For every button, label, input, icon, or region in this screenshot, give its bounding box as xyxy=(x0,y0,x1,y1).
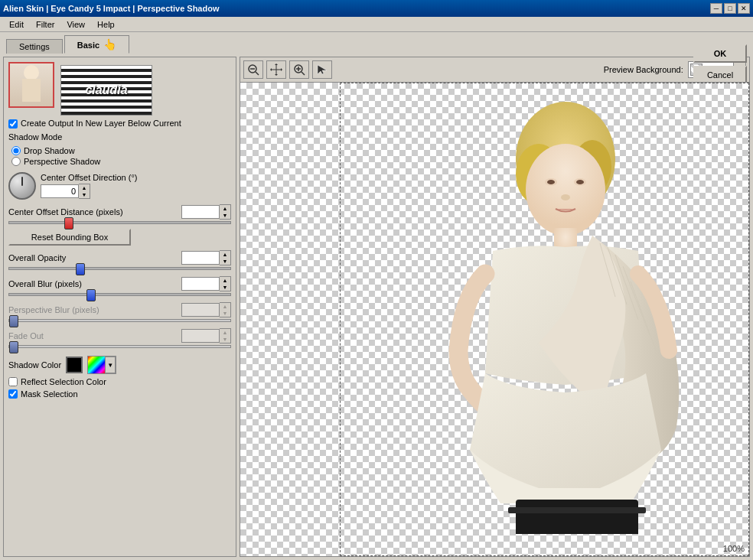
fade-out-slider-container xyxy=(8,345,231,348)
toolbar-row: Preview Background: None ▼ xyxy=(240,57,750,82)
title-bar: Alien Skin | Eye Candy 5 Impact | Perspe… xyxy=(0,0,753,17)
svg-rect-25 xyxy=(508,507,646,513)
left-panel: claudia Create Output In New Layer Below… xyxy=(3,57,236,557)
svg-point-10 xyxy=(526,144,605,236)
right-panel: Preview Background: None ▼ xyxy=(240,57,750,557)
svg-rect-24 xyxy=(516,500,638,534)
overall-opacity-spinbox: 34 ▲ ▼ xyxy=(181,250,231,265)
pan-icon xyxy=(270,63,282,76)
center-offset-container: Center Offset Direction (°) 0 ▲ ▼ xyxy=(8,172,231,200)
app-window: OK Cancel Settings Basic 👆 xyxy=(0,32,753,560)
window-controls[interactable]: ─ □ ✕ xyxy=(710,3,750,14)
zoom-in-button[interactable] xyxy=(289,60,309,79)
fade-out-thumb xyxy=(9,341,18,353)
color-palette-button[interactable] xyxy=(88,357,105,373)
perspective-blur-up: ▲ xyxy=(220,303,230,310)
overall-opacity-down[interactable]: ▼ xyxy=(220,258,230,265)
thumbnail-preview xyxy=(8,62,54,108)
perspective-shadow-label: Perspective Shadow xyxy=(24,157,100,166)
svg-point-14 xyxy=(576,180,584,184)
reset-bounding-box-button[interactable]: Reset Bounding Box xyxy=(8,229,131,246)
reflect-selection-color-checkbox[interactable] xyxy=(8,377,18,386)
center-offset-distance-spinbox: 16.13 ▲ ▼ xyxy=(181,204,231,220)
overall-opacity-up[interactable]: ▲ xyxy=(220,251,230,258)
tabs-bar: Settings Basic 👆 xyxy=(0,32,753,54)
fade-out-label: Fade Out xyxy=(8,331,44,340)
center-offset-distance-thumb[interactable] xyxy=(64,217,73,230)
shadow-color-label: Shadow Color xyxy=(8,360,61,370)
drop-shadow-row: Drop Shadow xyxy=(11,146,231,155)
overall-blur-down[interactable]: ▼ xyxy=(220,284,230,291)
center-offset-distance-input[interactable]: 16.13 xyxy=(181,205,220,219)
center-offset-distance-section: Center Offset Distance (pixels) 16.13 ▲ … xyxy=(8,203,231,226)
zoom-reset-button[interactable] xyxy=(243,60,263,79)
minimize-button[interactable]: ─ xyxy=(710,3,722,14)
shadow-color-row: Shadow Color ▼ xyxy=(8,356,231,374)
center-offset-direction-spinbox: 0 ▲ ▼ xyxy=(41,184,137,199)
overall-blur-label: Overall Blur (pixels) xyxy=(8,279,82,288)
fade-out-row: Fade Out 0 ▲ ▼ xyxy=(8,328,231,343)
zoom-label: 100% xyxy=(723,544,745,553)
center-offset-direction-input[interactable]: 0 xyxy=(41,184,79,198)
overall-opacity-slider[interactable] xyxy=(8,267,231,270)
window-title: Alien Skin | Eye Candy 5 Impact | Perspe… xyxy=(3,4,219,13)
shadow-color-swatch[interactable] xyxy=(66,357,83,373)
overall-blur-slider[interactable] xyxy=(8,293,231,296)
reflect-selection-color-label: Reflect Selection Color xyxy=(21,377,106,386)
menu-bar: Edit Filter View Help xyxy=(0,17,753,32)
menu-edit[interactable]: Edit xyxy=(3,18,30,31)
overall-opacity-input[interactable]: 34 xyxy=(181,251,220,265)
overall-blur-up[interactable]: ▲ xyxy=(220,277,230,284)
center-offset-distance-down[interactable]: ▼ xyxy=(220,212,230,219)
stripe-text: claudia xyxy=(85,83,127,97)
overall-opacity-btns: ▲ ▼ xyxy=(220,250,231,265)
create-output-checkbox[interactable] xyxy=(8,119,18,129)
center-offset-distance-label: Center Offset Distance (pixels) xyxy=(8,207,123,217)
stripe-preview: claudia xyxy=(60,65,152,116)
woman-figure xyxy=(340,83,738,534)
perspective-blur-down: ▼ xyxy=(220,310,230,317)
menu-filter[interactable]: Filter xyxy=(30,18,60,31)
center-offset-distance-row: Center Offset Distance (pixels) 16.13 ▲ … xyxy=(8,204,231,220)
mask-selection-checkbox[interactable] xyxy=(8,389,18,399)
center-offset-direction-btns: ▲ ▼ xyxy=(79,184,90,199)
center-offset-direction-down[interactable]: ▼ xyxy=(79,191,90,198)
center-offset-distance-slider[interactable] xyxy=(8,221,231,224)
overall-blur-row: Overall Blur (pixels) 58.46 ▲ ▼ xyxy=(8,276,231,291)
perspective-blur-row: Perspective Blur (pixels) 0.00 ▲ ▼ xyxy=(8,302,231,317)
tab-settings[interactable]: Settings xyxy=(6,39,63,54)
perspective-blur-label: Perspective Blur (pixels) xyxy=(8,305,99,314)
overall-opacity-row: Overall Opacity 34 ▲ ▼ xyxy=(8,250,231,265)
zoom-in-icon xyxy=(293,63,305,76)
ok-cancel-area: OK Cancel xyxy=(693,44,747,84)
ok-button[interactable]: OK xyxy=(693,44,747,63)
overall-blur-slider-container xyxy=(8,293,231,296)
perspective-blur-slider xyxy=(8,319,231,322)
center-offset-direction-up[interactable]: ▲ xyxy=(79,184,90,191)
perspective-blur-section: Perspective Blur (pixels) 0.00 ▲ ▼ xyxy=(8,301,231,324)
direction-dial[interactable] xyxy=(8,172,36,200)
image-container xyxy=(240,83,749,556)
maximize-button[interactable]: □ xyxy=(724,3,736,14)
drop-shadow-radio[interactable] xyxy=(11,146,21,155)
overall-opacity-slider-container xyxy=(8,267,231,270)
pan-button[interactable] xyxy=(266,60,286,79)
center-offset-distance-up[interactable]: ▲ xyxy=(220,205,230,212)
overall-blur-thumb[interactable] xyxy=(86,289,96,301)
menu-view[interactable]: View xyxy=(60,18,91,31)
color-dropdown-arrow[interactable]: ▼ xyxy=(105,357,116,373)
menu-help[interactable]: Help xyxy=(91,18,121,31)
fade-out-section: Fade Out 0 ▲ ▼ xyxy=(8,327,231,350)
tab-basic[interactable]: Basic 👆 xyxy=(64,35,129,54)
create-output-label: Create Output In New Layer Below Current xyxy=(21,119,181,128)
overall-opacity-thumb[interactable] xyxy=(76,263,85,275)
create-output-row: Create Output In New Layer Below Current xyxy=(8,119,231,129)
overall-blur-input[interactable]: 58.46 xyxy=(181,277,220,291)
perspective-blur-input: 0.00 xyxy=(181,303,220,317)
close-button[interactable]: ✕ xyxy=(738,3,750,14)
zoom-reset-icon xyxy=(247,63,259,76)
select-button[interactable] xyxy=(312,60,332,79)
overall-blur-section: Overall Blur (pixels) 58.46 ▲ ▼ xyxy=(8,275,231,298)
perspective-shadow-radio[interactable] xyxy=(11,157,21,166)
fade-out-up: ▲ xyxy=(220,329,230,336)
